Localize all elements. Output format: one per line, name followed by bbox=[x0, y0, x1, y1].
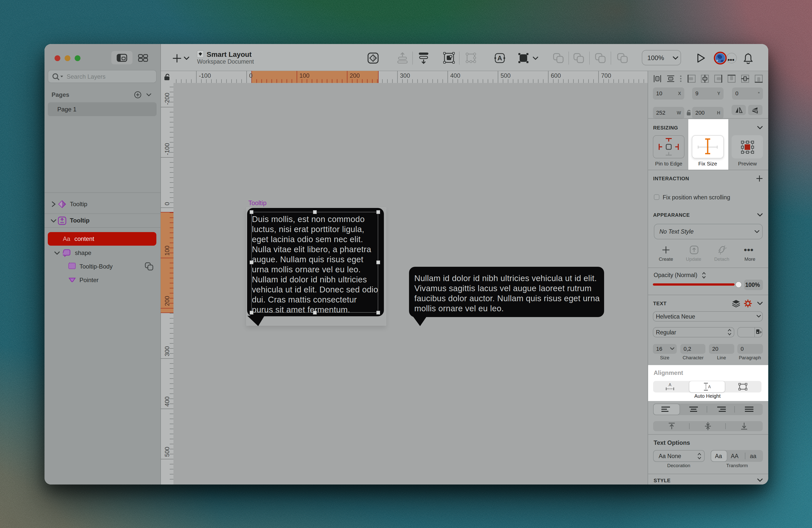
svg-text:A: A bbox=[669, 383, 671, 387]
svg-text:A: A bbox=[708, 385, 711, 389]
svg-text:A: A bbox=[497, 54, 502, 62]
